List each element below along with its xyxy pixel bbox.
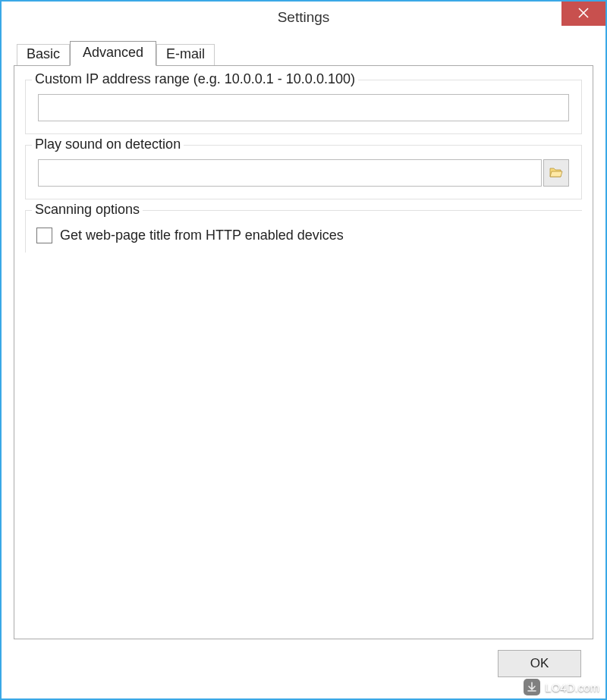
group-sound-legend: Play sound on detection xyxy=(32,137,184,152)
folder-open-icon xyxy=(549,166,563,180)
watermark: LO4D.com xyxy=(524,679,599,695)
dialog-footer: OK xyxy=(14,639,593,688)
http-title-label: Get web-page title from HTTP enabled dev… xyxy=(60,228,344,243)
tab-email[interactable]: E-mail xyxy=(156,44,215,65)
sound-path-input[interactable] xyxy=(38,159,542,187)
watermark-text: LO4D.com xyxy=(545,681,599,694)
tab-basic[interactable]: Basic xyxy=(17,44,70,65)
tab-advanced-label: Advanced xyxy=(83,45,143,60)
browse-button[interactable] xyxy=(543,159,569,187)
window-title: Settings xyxy=(278,9,330,26)
watermark-icon xyxy=(524,679,540,695)
http-title-checkbox[interactable] xyxy=(36,228,52,243)
sound-row xyxy=(38,159,569,187)
group-ip-range: Custom IP address range (e.g. 10.0.0.1 -… xyxy=(25,80,582,134)
close-button[interactable] xyxy=(561,2,605,26)
ok-button[interactable]: OK xyxy=(498,650,581,677)
titlebar: Settings xyxy=(2,2,605,33)
ip-range-input[interactable] xyxy=(38,94,569,121)
settings-window: Settings Basic Advanced E-mail Custom IP… xyxy=(0,0,607,700)
ok-button-label: OK xyxy=(530,656,549,670)
group-sound: Play sound on detection xyxy=(25,145,582,199)
tab-email-label: E-mail xyxy=(166,46,205,61)
tab-strip: Basic Advanced E-mail xyxy=(17,41,593,65)
tab-panel-advanced: Custom IP address range (e.g. 10.0.0.1 -… xyxy=(14,65,593,639)
group-ip-range-legend: Custom IP address range (e.g. 10.0.0.1 -… xyxy=(32,71,358,87)
group-scanning-legend: Scanning options xyxy=(32,202,143,218)
tab-basic-label: Basic xyxy=(27,46,60,61)
close-icon xyxy=(578,8,589,20)
checkbox-row-http-title: Get web-page title from HTTP enabled dev… xyxy=(32,224,576,246)
content-area: Basic Advanced E-mail Custom IP address … xyxy=(2,33,605,698)
group-scanning: Scanning options Get web-page title from… xyxy=(25,210,582,253)
tab-advanced[interactable]: Advanced xyxy=(70,41,156,66)
